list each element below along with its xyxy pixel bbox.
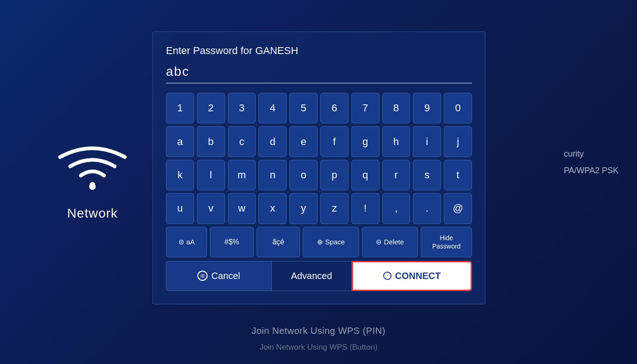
key-exclaim[interactable]: ! (351, 193, 380, 224)
key-m[interactable]: m (228, 160, 256, 190)
key-q[interactable]: q (351, 160, 380, 190)
dialog-title: Enter Password for GANESH (166, 45, 472, 57)
key-hide-password[interactable]: HidePassword (421, 227, 472, 257)
key-delete[interactable]: ⊖ Delete (362, 227, 418, 257)
key-6[interactable]: 6 (320, 93, 349, 123)
wifi-icon (55, 143, 129, 199)
network-label: Network (67, 206, 118, 221)
key-t[interactable]: t (444, 160, 472, 190)
key-9[interactable]: 9 (413, 93, 441, 123)
key-e[interactable]: e (289, 126, 318, 157)
key-b[interactable]: b (197, 126, 225, 157)
key-a[interactable]: a (166, 126, 194, 157)
cancel-circle-icon: ⊜ (197, 271, 208, 281)
key-period[interactable]: . (413, 193, 441, 224)
key-i[interactable]: i (413, 126, 441, 157)
case-circle-icon: ⊜ (178, 238, 184, 246)
key-w[interactable]: w (228, 193, 256, 224)
keyboard-row-function: ⊜ aA #$% ãçé ⊕ Space ⊖ Delete HidePasswo… (166, 227, 472, 257)
action-buttons: ⊜ Cancel Advanced · CONNECT (166, 261, 472, 291)
key-y[interactable]: y (289, 193, 318, 224)
wifi-section: Network (55, 143, 129, 221)
key-comma[interactable]: , (382, 193, 410, 224)
key-8[interactable]: 8 (382, 93, 410, 123)
key-s[interactable]: s (413, 160, 441, 190)
wps-button-link[interactable]: Join Network Using WPS (Button) (259, 343, 377, 352)
delete-icon: ⊖ (376, 238, 382, 246)
key-k[interactable]: k (166, 160, 194, 190)
password-display[interactable]: abc (166, 64, 472, 84)
key-h[interactable]: h (382, 126, 410, 157)
security-type-partial: PA/WPA2 PSK (564, 162, 619, 179)
key-f[interactable]: f (320, 126, 349, 157)
key-2[interactable]: 2 (197, 93, 225, 123)
key-u[interactable]: u (166, 193, 194, 224)
wps-pin-text: Join Network Using WPS (PIN) (251, 326, 386, 336)
connect-button[interactable]: · CONNECT (352, 261, 472, 291)
key-4[interactable]: 4 (258, 93, 287, 123)
svg-point-0 (89, 183, 96, 190)
keyboard-row-special: u v w x y z ! , . @ (166, 193, 472, 224)
advanced-button[interactable]: Advanced (272, 261, 352, 291)
space-icon: ⊕ (317, 238, 323, 246)
wps-pin-link[interactable]: Join Network Using WPS (PIN) (251, 326, 386, 336)
key-j[interactable]: j (444, 126, 472, 157)
key-z[interactable]: z (320, 193, 349, 224)
keyboard-row-kt: k l m n o p q r s t (166, 160, 472, 190)
keyboard-row-aj: a b c d e f g h i j (166, 126, 472, 157)
advanced-label: Advanced (291, 271, 332, 281)
key-at[interactable]: @ (444, 193, 472, 224)
connect-circle-icon: · (383, 272, 392, 280)
key-r[interactable]: r (382, 160, 410, 190)
password-dialog: Enter Password for GANESH abc 1 2 3 4 5 … (153, 31, 485, 304)
keyboard-row-numbers: 1 2 3 4 5 6 7 8 9 0 (166, 93, 472, 123)
right-info-panel: curity PA/WPA2 PSK (564, 146, 619, 179)
key-0[interactable]: 0 (444, 93, 472, 123)
key-o[interactable]: o (289, 160, 318, 190)
wps-button-text: Join Network Using WPS (Button) (259, 343, 377, 352)
connect-label: CONNECT (395, 271, 441, 281)
key-1[interactable]: 1 (166, 93, 194, 123)
key-x[interactable]: x (258, 193, 287, 224)
key-p[interactable]: p (320, 160, 349, 190)
cancel-label: Cancel (211, 271, 240, 281)
virtual-keyboard: 1 2 3 4 5 6 7 8 9 0 a b c d e f g h i j … (166, 93, 472, 257)
key-3[interactable]: 3 (228, 93, 256, 123)
key-g[interactable]: g (351, 126, 380, 157)
key-case-toggle[interactable]: ⊜ aA (166, 227, 207, 257)
security-label-partial: curity (564, 146, 619, 162)
key-d[interactable]: d (258, 126, 287, 157)
key-7[interactable]: 7 (351, 93, 380, 123)
key-space[interactable]: ⊕ Space (303, 227, 359, 257)
key-accents[interactable]: ãçé (257, 227, 300, 257)
key-symbols[interactable]: #$% (210, 227, 254, 257)
key-5[interactable]: 5 (289, 93, 318, 123)
cancel-button[interactable]: ⊜ Cancel (166, 261, 272, 291)
key-l[interactable]: l (197, 160, 225, 190)
key-c[interactable]: c (228, 126, 256, 157)
key-n[interactable]: n (258, 160, 287, 190)
key-v[interactable]: v (197, 193, 225, 224)
